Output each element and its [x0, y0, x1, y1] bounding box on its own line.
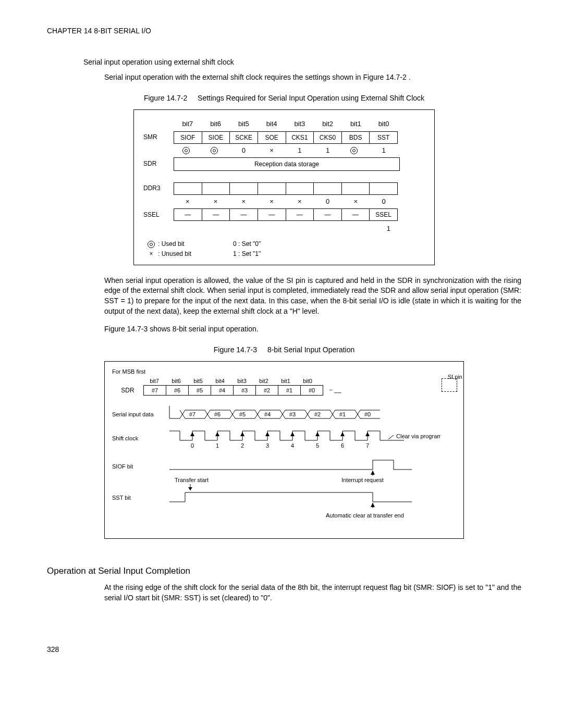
page-number: 328 — [47, 645, 521, 655]
figure1-num: Figure 14.7-2 — [144, 94, 187, 102]
si-pin-label: SI pin — [448, 373, 462, 381]
sdr-text: Reception data storage — [174, 157, 400, 171]
smr-label: SMR — [143, 133, 174, 142]
chapter-header: CHAPTER 14 8-BIT SERIAL I/O — [47, 26, 521, 36]
svg-text:#0: #0 — [364, 411, 371, 417]
sst-label: SST bit — [112, 495, 131, 501]
svg-line-58 — [388, 435, 394, 439]
svg-text:#7: #7 — [189, 411, 195, 417]
svg-marker-65 — [188, 487, 192, 490]
siof-label: SIOF bit — [112, 463, 133, 470]
svg-text:#3: #3 — [289, 411, 296, 417]
auto-clear: Automatic clear at transfer end — [326, 512, 404, 519]
section1-body: Serial input operation with the external… — [104, 72, 521, 83]
t-sdr-label: SDR — [112, 386, 143, 395]
figure1-title: Settings Required for Serial Input Opera… — [198, 94, 424, 102]
sdr-label: SDR — [143, 159, 174, 168]
legend-set1: 1 : Set "1" — [233, 250, 261, 258]
svg-text:#6: #6 — [214, 411, 221, 417]
figure2-num: Figure 14.7-3 — [214, 346, 257, 354]
svg-text:#1: #1 — [339, 411, 346, 417]
ddr3-label: DDR3 — [143, 184, 174, 193]
timing-diagram: For MSB first bit7bit6bit5bit4bit3bit2bi… — [104, 361, 464, 539]
serial-input-label: Serial input data — [112, 411, 154, 417]
section1-title: Serial input operation using external sh… — [83, 57, 521, 68]
figure2-caption: Figure 14.7-3 8-bit Serial Input Operati… — [47, 345, 521, 355]
svg-text:5: 5 — [316, 442, 319, 449]
clear-via-program: Clear via program — [396, 433, 440, 439]
ssel-val: 1 — [174, 224, 398, 233]
paragraph2: Figure 14.7-3 shows 8-bit serial input o… — [104, 324, 521, 335]
ssel-label: SSEL — [143, 211, 174, 219]
svg-text:7: 7 — [366, 442, 369, 449]
svg-marker-67 — [371, 471, 375, 475]
legend-used: : Used bit — [148, 240, 191, 249]
svg-text:0: 0 — [191, 442, 194, 449]
svg-text:2: 2 — [241, 442, 244, 449]
register-diagram: bit7bit6bit5bit4bit3bit2bit1bit0 SMR SIO… — [133, 109, 435, 265]
paragraph1: When serial input operation is allowed, … — [104, 276, 521, 316]
svg-text:#2: #2 — [314, 411, 321, 417]
interrupt-request: Interrupt request — [341, 477, 384, 483]
section2-title: Operation at Serial Input Completion — [47, 565, 521, 577]
svg-text:3: 3 — [266, 442, 269, 449]
svg-text:1: 1 — [216, 442, 219, 449]
figure2-title: 8-bit Serial Input Operation — [267, 346, 354, 354]
svg-text:4: 4 — [291, 442, 294, 449]
svg-text:#5: #5 — [239, 411, 246, 417]
legend-unused: ×: Unused bit — [148, 250, 191, 258]
section2-body: At the rising edge of the shift clock fo… — [104, 583, 521, 603]
msb-first-label: For MSB first — [112, 368, 456, 376]
transfer-start: Transfer start — [175, 477, 209, 483]
svg-text:#4: #4 — [264, 411, 271, 417]
svg-text:6: 6 — [341, 442, 344, 449]
legend-set0: 0 : Set "0" — [233, 240, 261, 249]
figure1-caption: Figure 14.7-2 Settings Required for Seri… — [47, 93, 521, 104]
svg-marker-74 — [371, 503, 375, 507]
shift-clock-label: Shift clock — [112, 435, 139, 441]
